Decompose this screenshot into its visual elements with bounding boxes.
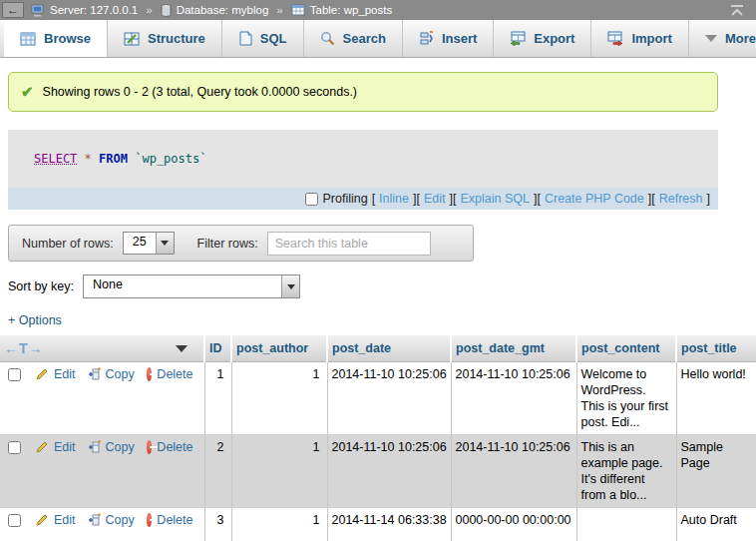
tab-more-label: More xyxy=(725,31,756,46)
copy-row-link[interactable]: Copy xyxy=(106,512,135,528)
column-header-post-title[interactable]: post_title xyxy=(676,335,756,362)
tab-browse[interactable]: Browse xyxy=(4,20,108,57)
rows-per-page-value: 25 xyxy=(124,233,156,254)
edit-query-link[interactable]: Edit xyxy=(424,192,446,206)
edit-row-link[interactable]: Edit xyxy=(54,439,76,455)
bracket: [ xyxy=(651,192,654,206)
sql-keyword-select-link[interactable]: SELECT xyxy=(34,152,77,166)
column-header-id[interactable]: ID xyxy=(204,335,231,362)
import-icon xyxy=(607,31,623,46)
sql-query-text: SELECT * FROM `wp_posts` xyxy=(8,130,718,188)
cell-post-title: Sample Page xyxy=(676,435,756,508)
cell-post-date: 2014-11-14 06:33:38 xyxy=(327,508,451,541)
bracket: [ xyxy=(372,192,375,206)
table-tab-bar: Browse Structure SQL Search Insert Expor… xyxy=(0,20,756,58)
column-order-icon[interactable]: ←T→ xyxy=(4,340,44,356)
edit-row-link[interactable]: Edit xyxy=(54,366,76,382)
copy-row-link[interactable]: Copy xyxy=(106,439,135,455)
status-message-text: Showing rows 0 - 2 (3 total, Query took … xyxy=(43,85,357,99)
cell-post-title: Hello world! xyxy=(676,362,756,435)
cell-post-date: 2014-11-10 10:25:06 xyxy=(327,362,451,435)
delete-row-link[interactable]: Delete xyxy=(157,512,192,528)
options-toggle-link[interactable]: + Options xyxy=(8,313,756,327)
export-icon xyxy=(510,31,526,46)
select-dropdown-button[interactable] xyxy=(281,275,299,297)
back-arrow-button[interactable]: ← xyxy=(2,2,24,18)
cell-post-author: 1 xyxy=(231,435,327,508)
row-checkbox[interactable] xyxy=(8,441,21,454)
edit-pencil-icon xyxy=(35,513,49,527)
cell-post-date-gmt: 0000-00-00 00:00:00 xyxy=(451,508,576,541)
bracket: [ xyxy=(453,192,456,206)
cell-post-content: Welcome to WordPress. This is your first… xyxy=(576,362,676,435)
tab-export[interactable]: Export xyxy=(494,20,591,57)
copy-row-link[interactable]: Copy xyxy=(106,366,135,382)
cell-post-author: 1 xyxy=(231,362,327,435)
delete-row-link[interactable]: Delete xyxy=(157,439,192,455)
filter-rows-input[interactable] xyxy=(267,232,431,256)
refresh-link[interactable]: Refresh xyxy=(659,192,703,206)
cell-post-date: 2014-11-10 10:25:06 xyxy=(327,435,451,508)
column-header-post-author[interactable]: post_author xyxy=(231,335,327,362)
profiling-checkbox[interactable] xyxy=(305,193,318,206)
copy-row-icon xyxy=(88,513,101,527)
delete-row-link[interactable]: Delete xyxy=(157,366,192,382)
copy-row-icon xyxy=(88,367,101,381)
tab-sql[interactable]: SQL xyxy=(222,20,304,57)
cell-id: 2 xyxy=(204,435,231,508)
breadcrumb-database[interactable]: Database: myblog xyxy=(177,4,269,16)
column-header-post-date[interactable]: post_date xyxy=(327,335,451,362)
cell-post-content: This is an example page. It's different … xyxy=(576,435,676,508)
chevron-down-icon xyxy=(287,284,295,289)
sort-by-key-label: Sort by key: xyxy=(8,279,74,293)
number-of-rows-label: Number of rows: xyxy=(22,237,114,251)
server-icon xyxy=(31,4,45,17)
chevron-down-icon xyxy=(705,35,717,42)
actions-column-header: ←T→ xyxy=(0,335,204,362)
tab-structure[interactable]: Structure xyxy=(108,20,222,57)
breadcrumb-separator: » xyxy=(146,4,152,16)
collapse-topbar-icon[interactable] xyxy=(728,4,746,17)
row-checkbox[interactable] xyxy=(8,368,21,381)
tab-more[interactable]: More xyxy=(689,20,756,57)
sql-keyword-from: FROM xyxy=(99,152,128,166)
create-php-code-link[interactable]: Create PHP Code xyxy=(545,192,644,206)
structure-icon xyxy=(124,32,140,46)
tab-search[interactable]: Search xyxy=(304,20,403,57)
browse-icon xyxy=(20,32,36,46)
select-dropdown-button[interactable] xyxy=(156,233,174,254)
back-arrow-icon: ← xyxy=(7,4,19,16)
search-icon xyxy=(320,31,335,46)
sort-key-select[interactable]: None xyxy=(83,274,300,298)
breadcrumb-bar: ← Server: 127.0.0.1 » Database: myblog »… xyxy=(0,0,756,20)
column-header-post-content[interactable]: post_content xyxy=(576,335,676,362)
sql-star: * xyxy=(85,152,92,166)
table-row: Edit Copy Delete 2 1 2014-11-10 10:25:06… xyxy=(0,435,756,508)
results-header-row: ←T→ ID post_author post_date post_date_g… xyxy=(0,335,756,362)
inline-link[interactable]: Inline xyxy=(379,192,409,206)
rows-per-page-select[interactable]: 25 xyxy=(123,232,175,255)
success-check-icon: ✔ xyxy=(21,83,34,101)
row-checkbox[interactable] xyxy=(8,514,21,527)
tab-insert[interactable]: Insert xyxy=(403,20,494,57)
tab-import-label: Import xyxy=(631,31,671,46)
tab-export-label: Export xyxy=(534,31,574,46)
sort-options-icon[interactable] xyxy=(176,345,188,352)
tab-import[interactable]: Import xyxy=(591,20,688,57)
copy-row-icon xyxy=(88,440,101,454)
tab-insert-label: Insert xyxy=(442,31,477,46)
edit-pencil-icon xyxy=(35,440,49,454)
bracket: ] xyxy=(707,192,710,206)
cell-post-date-gmt: 2014-11-10 10:25:06 xyxy=(451,435,576,508)
bracket: [ xyxy=(537,192,540,206)
tab-search-label: Search xyxy=(343,31,386,46)
breadcrumb-table[interactable]: Table: wp_posts xyxy=(310,4,392,16)
explain-sql-link[interactable]: Explain SQL xyxy=(460,192,529,206)
edit-row-link[interactable]: Edit xyxy=(54,512,76,528)
table-row: Edit Copy Delete 3 1 2014-11-14 06:33:38… xyxy=(0,508,756,541)
table-icon xyxy=(291,4,305,16)
breadcrumb-server[interactable]: Server: 127.0.0.1 xyxy=(50,4,138,16)
column-header-post-date-gmt[interactable]: post_date_gmt xyxy=(451,335,576,362)
chevron-down-icon xyxy=(161,241,169,246)
insert-icon xyxy=(419,31,434,46)
